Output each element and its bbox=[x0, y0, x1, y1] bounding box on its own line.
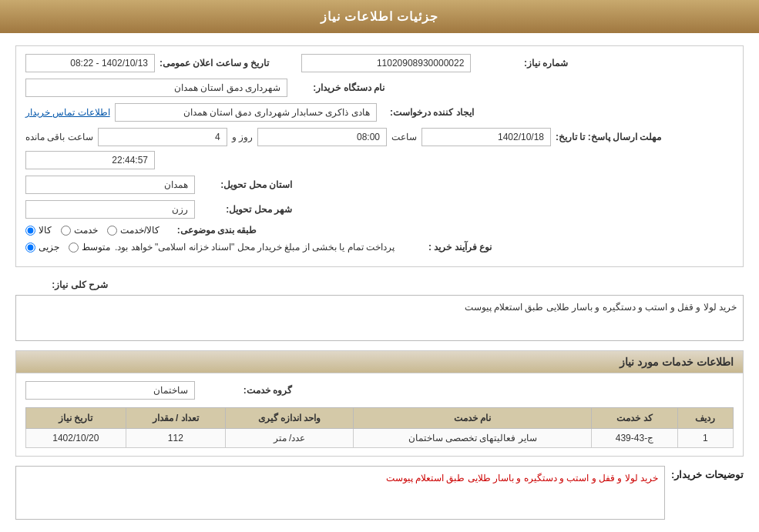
tarikh-label: تاریخ و ساعت اعلان عمومی: bbox=[160, 58, 269, 69]
tabaqe-radio-kala-khedmat[interactable] bbox=[107, 226, 117, 236]
tarikh-input[interactable] bbox=[25, 54, 155, 72]
page-header: جزئیات اطلاعات نیاز bbox=[0, 0, 759, 33]
page-wrapper: جزئیات اطلاعات نیاز شماره نیاز: تاریخ و … bbox=[0, 0, 759, 532]
mohlat-date-input[interactable] bbox=[421, 128, 551, 146]
shahr-label: شهر محل تحویل: bbox=[200, 204, 292, 215]
page-title: جزئیات اطلاعات نیاز bbox=[321, 10, 439, 23]
info-section: شماره نیاز: تاریخ و ساعت اعلان عمومی: نا… bbox=[15, 45, 744, 267]
sharh-box: خرید لولا و قفل و استب و دستگیره و باسار… bbox=[15, 295, 744, 341]
tabaqe-label: طبقه بندی موضوعی: bbox=[164, 225, 257, 236]
tawzihat-value: خرید لولا و قفل و استب و دستگیره و باسار… bbox=[386, 473, 658, 483]
row-nam-dastgah: نام دستگاه خریدار: bbox=[25, 79, 734, 97]
noe-text: پرداخت تمام یا بخشی از مبلغ خریدار محل "… bbox=[115, 242, 395, 253]
noe-radio-jozi[interactable] bbox=[25, 243, 35, 253]
ostan-label: استان محل تحویل: bbox=[200, 179, 292, 190]
tabaqe-option-kala[interactable]: کالا bbox=[25, 225, 52, 236]
cell-kod: ج-43-439 bbox=[592, 429, 678, 448]
row-tabaqe: طبقه بندی موضوعی: کالا/خدمت خدمت کالا bbox=[25, 225, 734, 236]
nam-dastgah-label: نام دستگاه خریدار: bbox=[292, 82, 385, 93]
cell-vahed: عدد/ متر bbox=[226, 429, 354, 448]
noe-option-motevaset[interactable]: متوسط bbox=[69, 242, 110, 253]
content-area: شماره نیاز: تاریخ و ساعت اعلان عمومی: نا… bbox=[0, 33, 759, 532]
col-vahed: واحد اندازه گیری bbox=[226, 408, 354, 429]
row-mohlat: مهلت ارسال پاسخ: تا تاریخ: ساعت روز و سا… bbox=[25, 128, 734, 169]
tabaqe-option-khedmat[interactable]: خدمت bbox=[61, 225, 98, 236]
noe-radio-group: متوسط جزیی bbox=[25, 242, 110, 253]
tabaqe-radio-group: کالا/خدمت خدمت کالا bbox=[25, 225, 160, 236]
mohlat-rooz-input[interactable] bbox=[98, 128, 227, 146]
shomare-niaz-input[interactable] bbox=[301, 54, 471, 72]
noe-option-jozi[interactable]: جزیی bbox=[25, 242, 59, 253]
etelaatTamas-link[interactable]: اطلاعات تماس خریدار bbox=[25, 107, 110, 118]
shomare-niaz-label: شماره نیاز: bbox=[475, 58, 568, 69]
table-header: ردیف کد خدمت نام خدمت واحد اندازه گیری ت… bbox=[26, 408, 734, 429]
mohlat-label: مهلت ارسال پاسخ: تا تاریخ: bbox=[556, 132, 661, 142]
tawzihat-section: توضیحات خریدار: خرید لولا و قفل و استب و… bbox=[15, 466, 744, 520]
tabaqe-radio-kala[interactable] bbox=[25, 226, 35, 236]
row-ostan: استان محل تحویل: bbox=[25, 176, 734, 194]
noe-radio-motevaset[interactable] bbox=[69, 243, 79, 253]
mohlat-saat-input[interactable] bbox=[257, 128, 387, 146]
ijad-label: ایجاد کننده درخواست: bbox=[381, 107, 474, 118]
cell-nam: سایر فعالیتهای تخصصی ساختمان bbox=[353, 429, 591, 448]
shahr-input[interactable] bbox=[25, 200, 195, 219]
row-ijad: ایجاد کننده درخواست: اطلاعات تماس خریدار bbox=[25, 103, 734, 122]
nam-dastgah-input[interactable] bbox=[25, 79, 287, 97]
noe-motevaset-text: متوسط bbox=[82, 242, 110, 253]
cell-tedad: 112 bbox=[126, 429, 225, 448]
col-radif: ردیف bbox=[677, 408, 733, 429]
tabaqe-khedmat-text: خدمت bbox=[74, 225, 98, 236]
services-table: ردیف کد خدمت نام خدمت واحد اندازه گیری ت… bbox=[25, 407, 734, 448]
row-shahr: شهر محل تحویل: bbox=[25, 200, 734, 219]
col-nam: نام خدمت bbox=[353, 408, 591, 429]
tabaqe-radio-khedmat[interactable] bbox=[61, 226, 71, 236]
noe-jozi-text: جزیی bbox=[39, 242, 59, 253]
tawzihat-label: توضیحات خریدار: bbox=[671, 466, 744, 480]
noe-label: نوع فرآیند خرید : bbox=[399, 242, 492, 253]
row-noe: نوع فرآیند خرید : پرداخت تمام یا بخشی از… bbox=[25, 242, 734, 253]
ostan-input[interactable] bbox=[25, 176, 195, 194]
cell-radif: 1 bbox=[677, 429, 733, 448]
services-section: اطلاعات خدمات مورد نیاز گروه خدمت: ردیف … bbox=[15, 350, 744, 457]
tabaqe-kala-khedmat-text: کالا/خدمت bbox=[120, 225, 160, 236]
grouh-input[interactable] bbox=[25, 381, 195, 400]
col-tarikh: تاریخ نیاز bbox=[26, 408, 126, 429]
col-tedad: تعداد / مقدار bbox=[126, 408, 225, 429]
services-body: گروه خدمت: ردیف کد خدمت نام خدمت واحد ان… bbox=[15, 373, 744, 457]
table-row: 1 ج-43-439 سایر فعالیتهای تخصصی ساختمان … bbox=[26, 429, 734, 448]
sharh-value: خرید لولا و قفل و استب و دستگیره و باسار… bbox=[465, 302, 737, 313]
mohlat-baqi-label: ساعت باقی مانده bbox=[25, 132, 93, 142]
tabaqe-option-kala-khedmat[interactable]: کالا/خدمت bbox=[107, 225, 160, 236]
tabaqe-kala-text: کالا bbox=[39, 225, 52, 236]
grouh-label: گروه خدمت: bbox=[200, 385, 292, 396]
tawzihat-box: خرید لولا و قفل و استب و دستگیره و باسار… bbox=[15, 466, 665, 520]
mohlat-baqi-input[interactable] bbox=[25, 151, 155, 169]
table-body: 1 ج-43-439 سایر فعالیتهای تخصصی ساختمان … bbox=[26, 429, 734, 448]
sharh-label: شرح کلی نیاز: bbox=[15, 276, 108, 290]
mohlat-saat-label: ساعت bbox=[391, 132, 417, 142]
services-title: اطلاعات خدمات مورد نیاز bbox=[15, 350, 744, 373]
cell-tarikh: 1402/10/20 bbox=[26, 429, 126, 448]
col-kod: کد خدمت bbox=[592, 408, 678, 429]
mohlat-rooz-label: روز و bbox=[232, 132, 253, 142]
grouh-row: گروه خدمت: bbox=[25, 381, 734, 400]
row-shomare-tarikh: شماره نیاز: تاریخ و ساعت اعلان عمومی: bbox=[25, 54, 734, 72]
row-sharh: شرح کلی نیاز: خرید لولا و قفل و استب و د… bbox=[15, 276, 744, 341]
ijad-input[interactable] bbox=[115, 103, 377, 122]
form-grid: شماره نیاز: تاریخ و ساعت اعلان عمومی: نا… bbox=[16, 46, 743, 266]
